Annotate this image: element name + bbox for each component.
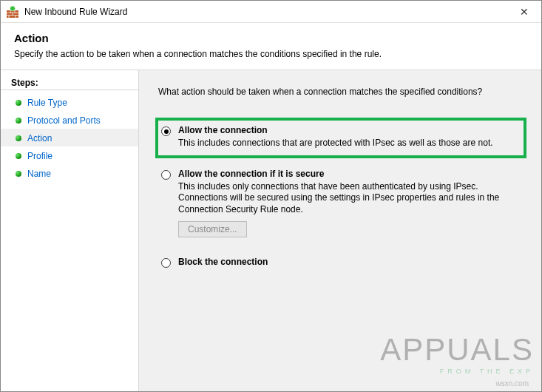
- step-bullet-icon: [16, 118, 21, 124]
- step-label: Name: [27, 169, 51, 179]
- step-action[interactable]: Action: [1, 129, 138, 146]
- step-label: Rule Type: [27, 98, 67, 108]
- option-title: Block the connection: [178, 257, 519, 267]
- step-bullet-icon: [16, 100, 21, 106]
- option-body: Block the connection: [178, 257, 519, 269]
- option-allow-connection[interactable]: Allow the connection This includes conne…: [155, 118, 526, 158]
- option-body: Allow the connection if it is secure Thi…: [178, 169, 519, 238]
- action-prompt: What action should be taken when a conne…: [158, 87, 524, 97]
- option-title: Allow the connection: [178, 125, 519, 135]
- option-body: Allow the connection This includes conne…: [178, 125, 519, 149]
- steps-heading: Steps:: [1, 76, 138, 90]
- page-header: Action Specify the action to be taken wh…: [1, 23, 541, 70]
- page-title: Action: [14, 32, 528, 44]
- option-block-connection[interactable]: Block the connection: [158, 251, 524, 275]
- step-profile[interactable]: Profile: [1, 146, 138, 164]
- content-pane: What action should be taken when a conne…: [139, 70, 541, 391]
- window-title: New Inbound Rule Wizard: [24, 7, 507, 17]
- radio-allow-secure[interactable]: [161, 170, 171, 180]
- watermark-sub: FROM THE EXP: [380, 368, 534, 375]
- step-bullet-icon: [16, 135, 21, 141]
- titlebar: New Inbound Rule Wizard ✕: [1, 1, 541, 23]
- step-label: Protocol and Ports: [27, 115, 101, 126]
- radio-allow[interactable]: [161, 126, 171, 136]
- firewall-icon: [7, 6, 18, 18]
- step-protocol-and-ports[interactable]: Protocol and Ports: [1, 111, 138, 129]
- option-allow-if-secure[interactable]: Allow the connection if it is secure Thi…: [158, 163, 524, 244]
- step-bullet-icon: [16, 171, 21, 177]
- step-label: Action: [27, 133, 52, 143]
- watermark-main: APPUALS: [380, 332, 534, 368]
- close-icon: ✕: [520, 6, 529, 18]
- option-desc: This includes connections that are prote…: [178, 138, 519, 149]
- wizard-body: Steps: Rule Type Protocol and Ports Acti…: [1, 70, 541, 391]
- radio-block[interactable]: [161, 258, 171, 268]
- steps-sidebar: Steps: Rule Type Protocol and Ports Acti…: [1, 70, 139, 391]
- option-title: Allow the connection if it is secure: [178, 169, 519, 179]
- page-subtitle: Specify the action to be taken when a co…: [14, 49, 528, 59]
- option-desc: This includes only connections that have…: [178, 181, 519, 216]
- customize-button: Customize...: [178, 221, 247, 237]
- step-name[interactable]: Name: [1, 164, 138, 182]
- watermark: APPUALS FROM THE EXP: [380, 332, 534, 375]
- wizard-window: New Inbound Rule Wizard ✕ Action Specify…: [0, 0, 542, 392]
- step-label: Profile: [27, 151, 52, 161]
- step-rule-type[interactable]: Rule Type: [1, 93, 138, 111]
- close-button[interactable]: ✕: [507, 1, 541, 23]
- step-bullet-icon: [16, 153, 21, 159]
